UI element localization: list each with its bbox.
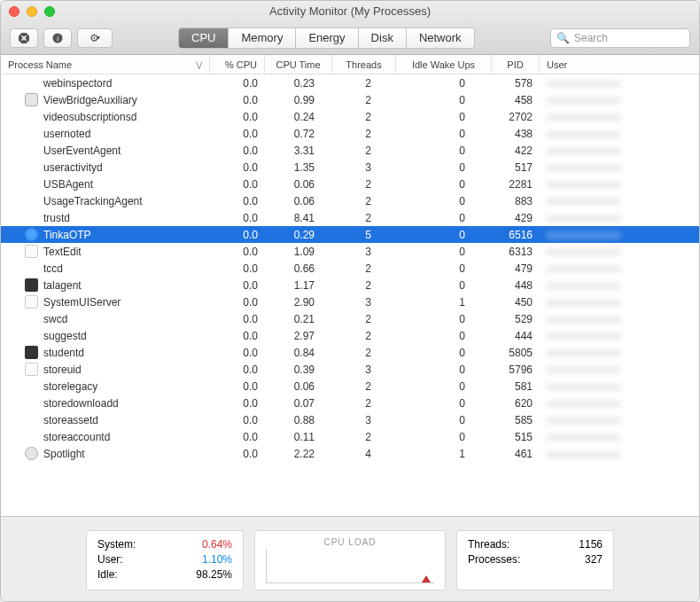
process-cpu: 0.0 xyxy=(210,364,265,376)
table-row[interactable]: trustd0.08.4120429xxxxxxxxxxxx xyxy=(1,209,699,226)
process-pid: 515 xyxy=(492,431,540,443)
process-cpu: 0.0 xyxy=(210,212,265,224)
table-row[interactable]: USBAgent0.00.06202281xxxxxxxxxxxx xyxy=(1,176,699,192)
table-row[interactable]: Spotlight0.02.2241461xxxxxxxxxxxx xyxy=(1,445,699,462)
tab-segment: CPUMemoryEnergyDiskNetwork xyxy=(178,27,475,49)
col-cpu-time[interactable]: CPU Time xyxy=(265,55,332,74)
user-value: 1.10% xyxy=(202,552,232,567)
table-row[interactable]: storeassetd0.00.8830585xxxxxxxxxxxx xyxy=(1,411,699,428)
process-name: videosubscriptionsd xyxy=(43,111,136,123)
table-row[interactable]: studentd0.00.84205805xxxxxxxxxxxx xyxy=(1,344,699,361)
process-cpu-time: 3.31 xyxy=(265,145,332,157)
process-name: TextEdit xyxy=(43,246,82,258)
process-icon xyxy=(25,245,38,258)
stop-process-button[interactable] xyxy=(10,28,38,48)
info-icon: i xyxy=(52,33,63,43)
col-threads[interactable]: Threads xyxy=(332,55,396,74)
process-cpu-time: 1.17 xyxy=(265,279,332,292)
process-pid: 883 xyxy=(492,195,540,207)
process-threads: 3 xyxy=(332,364,396,376)
process-pid: 448 xyxy=(492,279,540,292)
process-cpu-time: 0.21 xyxy=(265,313,332,325)
process-threads: 3 xyxy=(332,296,396,309)
table-row[interactable]: UserEventAgent0.03.3120422xxxxxxxxxxxx xyxy=(1,142,699,159)
counts-panel: Threads:1156 Processes:327 xyxy=(456,530,614,590)
process-idle-wakeups: 0 xyxy=(396,431,492,443)
cpu-load-chart: CPU LOAD xyxy=(254,530,446,590)
maximize-icon[interactable] xyxy=(44,6,55,17)
process-idle-wakeups: 0 xyxy=(396,94,492,106)
summary-bar: System:0.64% User:1.10% Idle:98.25% CPU … xyxy=(1,516,699,602)
table-row[interactable]: webinspectord0.00.2320578xxxxxxxxxxxx xyxy=(1,74,699,91)
process-idle-wakeups: 0 xyxy=(396,313,492,325)
tab-energy[interactable]: Energy xyxy=(296,28,358,48)
table-row[interactable]: storeaccountd0.00.1120515xxxxxxxxxxxx xyxy=(1,428,699,445)
tab-memory[interactable]: Memory xyxy=(229,28,296,48)
col-process-name[interactable]: Process Name ⋁ xyxy=(1,55,210,74)
process-cpu: 0.0 xyxy=(210,330,265,342)
table-row[interactable]: usernoted0.00.7220438xxxxxxxxxxxx xyxy=(1,125,699,142)
table-row[interactable]: talagent0.01.1720448xxxxxxxxxxxx xyxy=(1,277,699,293)
close-icon[interactable] xyxy=(9,6,19,17)
process-icon xyxy=(25,447,38,460)
process-user: xxxxxxxxxxxx xyxy=(540,296,699,309)
process-threads: 2 xyxy=(332,195,396,207)
table-row[interactable]: SystemUIServer0.02.9031450xxxxxxxxxxxx xyxy=(1,293,699,310)
process-user: xxxxxxxxxxxx xyxy=(540,380,699,393)
process-cpu-time: 0.84 xyxy=(265,347,332,359)
table-row[interactable]: swcd0.00.2120529xxxxxxxxxxxx xyxy=(1,310,699,327)
tab-cpu[interactable]: CPU xyxy=(179,28,229,48)
table-row[interactable]: TextEdit0.01.09306313xxxxxxxxxxxx xyxy=(1,243,699,260)
process-threads: 2 xyxy=(332,94,396,106)
system-value: 0.64% xyxy=(202,537,232,552)
table-row[interactable]: ViewBridgeAuxiliary0.00.9920458xxxxxxxxx… xyxy=(1,91,699,108)
options-button[interactable]: ⚙▾ xyxy=(77,28,113,48)
process-table[interactable]: webinspectord0.00.2320578xxxxxxxxxxxxVie… xyxy=(1,74,699,516)
process-cpu-time: 0.66 xyxy=(265,262,332,275)
process-user: xxxxxxxxxxxx xyxy=(540,364,699,376)
chart-area xyxy=(266,550,434,583)
table-row[interactable]: TinkaOTP0.00.29506516xxxxxxxxxxxx xyxy=(1,226,699,243)
process-cpu-time: 1.09 xyxy=(265,246,332,258)
col-user[interactable]: User xyxy=(540,55,699,74)
tab-disk[interactable]: Disk xyxy=(359,28,407,48)
process-name: useractivityd xyxy=(43,161,103,174)
table-row[interactable]: storeuid0.00.39305796xxxxxxxxxxxx xyxy=(1,361,699,378)
table-row[interactable]: UsageTrackingAgent0.00.0620883xxxxxxxxxx… xyxy=(1,192,699,209)
process-cpu-time: 2.22 xyxy=(265,448,332,460)
process-pid: 6516 xyxy=(492,229,540,241)
table-row[interactable]: storelegacy0.00.0620581xxxxxxxxxxxx xyxy=(1,378,699,395)
table-row[interactable]: videosubscriptionsd0.00.24202702xxxxxxxx… xyxy=(1,108,699,125)
process-threads: 2 xyxy=(332,313,396,325)
table-row[interactable]: useractivityd0.01.3530517xxxxxxxxxxxx xyxy=(1,159,699,176)
process-cpu: 0.0 xyxy=(210,347,265,359)
table-row[interactable]: storedownloadd0.00.0720620xxxxxxxxxxxx xyxy=(1,395,699,411)
process-cpu: 0.0 xyxy=(210,448,265,460)
search-input[interactable] xyxy=(574,32,684,44)
process-cpu-time: 0.07 xyxy=(265,397,332,410)
table-row[interactable]: tccd0.00.6620479xxxxxxxxxxxx xyxy=(1,260,699,277)
svg-text:i: i xyxy=(57,35,58,43)
tab-network[interactable]: Network xyxy=(407,28,474,48)
process-pid: 578 xyxy=(492,77,540,90)
process-pid: 438 xyxy=(492,128,540,140)
search-field[interactable]: 🔍 xyxy=(550,28,690,48)
process-cpu: 0.0 xyxy=(210,195,265,207)
process-idle-wakeups: 0 xyxy=(396,212,492,224)
process-icon xyxy=(25,278,38,292)
minimize-icon[interactable] xyxy=(27,6,37,17)
process-icon xyxy=(25,295,38,309)
table-row[interactable]: suggestd0.02.9720444xxxxxxxxxxxx xyxy=(1,327,699,344)
process-idle-wakeups: 0 xyxy=(396,397,492,410)
process-name: talagent xyxy=(43,279,82,292)
process-pid: 479 xyxy=(492,262,540,275)
process-name: ViewBridgeAuxiliary xyxy=(43,94,137,106)
col-cpu[interactable]: % CPU xyxy=(210,55,265,74)
chart-peak-icon xyxy=(422,575,431,582)
process-cpu: 0.0 xyxy=(210,431,265,443)
col-idle-wakeups[interactable]: Idle Wake Ups xyxy=(396,55,492,74)
col-pid[interactable]: PID xyxy=(492,55,540,74)
process-user: xxxxxxxxxxxx xyxy=(540,145,699,157)
process-name: storelegacy xyxy=(43,380,97,393)
inspect-process-button[interactable]: i xyxy=(43,28,72,48)
